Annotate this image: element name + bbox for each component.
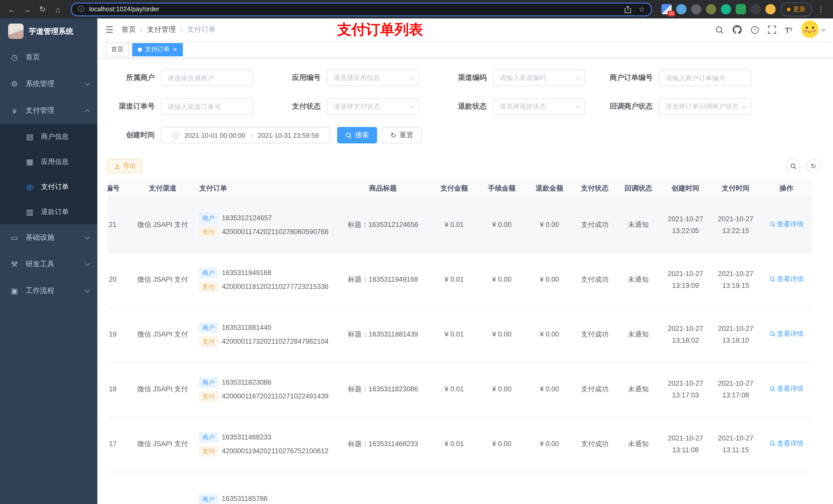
browser-forward-icon[interactable]: → (21, 5, 34, 14)
tab-close-icon[interactable]: × (173, 46, 177, 53)
cell-title: 标题：1635311881439 (336, 307, 430, 362)
cell-create-time: 2021-10-27 13:17:03 (660, 362, 711, 417)
cell-pay-time: 2021-10-27 13:22:15 (711, 198, 761, 253)
fullscreen-icon[interactable] (768, 26, 777, 34)
extension-chat-icon[interactable] (736, 4, 746, 14)
merchant-order-no: 1635312124657 (222, 212, 272, 224)
font-size-icon[interactable]: TT (785, 25, 792, 34)
extension-drop-icon[interactable] (676, 4, 687, 14)
merchant-tag: 商户 (199, 323, 218, 333)
filter-label-channel-code: 渠道编码 (439, 73, 493, 82)
callback-status-select[interactable]: 请选择订单回调商户状态 (659, 98, 751, 115)
merchant-order-no: 163531185786 (222, 493, 267, 504)
sidebar-item-label: 基础设施 (26, 233, 54, 242)
cell-title: 标题：1635312124656 (336, 198, 430, 253)
help-icon[interactable]: ? (751, 25, 760, 34)
reset-button[interactable]: ↻ 重置 (382, 127, 421, 143)
sidebar-item-app-info[interactable]: ▦ 应用信息 (0, 149, 97, 174)
merchant-order-no: 1635311949168 (222, 267, 271, 279)
hamburger-icon[interactable]: ☰ (105, 24, 114, 35)
chevron-down-icon (85, 288, 90, 293)
browser-menu-icon[interactable]: ⋮ (814, 5, 828, 14)
browser-home-icon[interactable]: ⌂ (51, 5, 65, 14)
sidebar-item-pay-order[interactable]: ◎ 支付订单 (0, 174, 97, 199)
extension-olive-icon[interactable] (706, 4, 716, 14)
extension-puzzle-icon[interactable]: 10 (661, 4, 672, 14)
app-no-select[interactable]: 请选择应用信息 (327, 70, 419, 86)
extension-face-icon[interactable] (765, 4, 776, 14)
browser-back-icon[interactable]: ← (5, 5, 19, 14)
cell-create-time: 2021-10-27 13:22:05 (660, 198, 711, 253)
browser-chrome: ← → ↻ ⌂ ⓘ localhost:1024/pay/order ☆ 10 … (0, 0, 833, 19)
pay-tag: 支付 (199, 446, 218, 456)
view-detail-link[interactable]: 查看详情 (769, 219, 804, 230)
breadcrumb-home[interactable]: 首页 (122, 25, 136, 34)
cell-title: 标题：1635311468233 (336, 417, 430, 472)
search-button[interactable]: 搜索 (337, 127, 377, 143)
merchant-order-no: 1635311823086 (222, 377, 271, 388)
sidebar-item-devtools[interactable]: ⚒ 研发工具 (0, 251, 97, 278)
clock-icon (172, 131, 179, 139)
cell-id: 21 (108, 198, 133, 253)
table-row: 20 微信 JSAPI 支付 商户 1635311949168 支付 (108, 253, 812, 307)
sidebar-item-system[interactable]: ⚙ 系统管理 (0, 71, 97, 97)
chevron-down-icon (85, 261, 90, 266)
sidebar-item-refund-order[interactable]: ▥ 退款订单 (0, 199, 97, 224)
gear-icon: ⚙ (10, 79, 19, 89)
cell-fee: ¥ 0.00 (478, 307, 526, 362)
url-bar[interactable]: ⓘ localhost:1024/pay/order ☆ (71, 2, 652, 16)
merchant-input[interactable] (161, 70, 253, 86)
table-header: 编号 支付渠道 支付订单 商品标题 支付金额 手续金额 退款金额 支付状态 回调… (108, 179, 812, 198)
user-menu[interactable] (801, 20, 825, 39)
tab-home[interactable]: 首页 (105, 43, 129, 56)
extension-pin-icon[interactable] (751, 4, 761, 14)
cell-order: 商户 1635311823086 支付 42000011672021102710… (192, 362, 336, 417)
merchant-order-no-input[interactable] (659, 70, 751, 86)
cell-fee: ¥ 0.00 (478, 362, 526, 417)
table-body: 21 微信 JSAPI 支付 商户 1635312124657 支付 (108, 198, 812, 472)
bookmark-star-icon[interactable]: ☆ (639, 5, 645, 13)
site-info-icon[interactable]: ⓘ (78, 5, 85, 14)
sidebar-item-home[interactable]: ◷ 首页 (0, 44, 97, 71)
browser-extensions: 10 (658, 4, 779, 14)
search-icon[interactable] (715, 25, 724, 34)
breadcrumb-section[interactable]: 支付管理 (147, 25, 176, 34)
extension-dark-icon[interactable] (691, 4, 701, 14)
payment-submenu: ▤ 商户信息 ▦ 应用信息 ◎ 支付订单 ▥ 退款订单 (0, 124, 97, 224)
top-navbar: ☰ 首页 / 支付管理 / 支付订单 支付订单列表 (97, 19, 833, 41)
cell-notify: 未通知 (616, 362, 660, 417)
filter-label-pay-status: 支付状态 (273, 102, 327, 111)
view-detail-link[interactable]: 查看详情 (769, 328, 804, 340)
date-range-start: 2021-10-01 00:00:00 (185, 131, 245, 139)
view-detail-link[interactable]: 查看详情 (769, 383, 804, 394)
refresh-table-icon[interactable]: ↻ (806, 159, 821, 173)
tags-view-bar: 首页 支付订单 × (97, 41, 833, 58)
create-time-range-input[interactable]: 2021-10-01 00:00:00 - 2021-10-31 23:59:5… (161, 127, 330, 143)
column-header-id: 编号 (108, 179, 133, 198)
sidebar-item-workflow[interactable]: ▣ 工作流程 (0, 278, 97, 304)
view-detail-link[interactable]: 查看详情 (769, 438, 804, 449)
browser-refresh-icon[interactable]: ↻ (36, 5, 49, 14)
sidebar-item-payment[interactable]: ¥ 支付管理 (0, 97, 97, 124)
cell-order: 商户 163531185786 (192, 472, 336, 504)
pay-status-select[interactable]: 请选择支付状态 (327, 98, 419, 115)
date-range-separator: - (251, 131, 253, 139)
cell-pay-time: 2021-10-27 13:11:15 (711, 417, 761, 472)
column-header-notify: 回调状态 (616, 179, 660, 198)
view-detail-link[interactable]: 查看详情 (769, 273, 804, 285)
cell-action: 查看详情 (761, 362, 812, 417)
sidebar-item-label: 首页 (26, 53, 40, 62)
share-icon[interactable] (625, 5, 632, 13)
tab-pay-order[interactable]: 支付订单 × (132, 43, 183, 56)
channel-code-select[interactable]: 请输入渠道编码 (493, 70, 585, 86)
refund-status-select[interactable]: 请选择退款状态 (493, 98, 585, 115)
toggle-search-icon[interactable] (786, 159, 800, 173)
sidebar-item-label: 研发工具 (26, 260, 54, 269)
extension-green-check-icon[interactable] (721, 4, 731, 14)
browser-update-button[interactable]: 更新 (781, 2, 812, 16)
sidebar-item-merchant-info[interactable]: ▤ 商户信息 (0, 124, 97, 149)
channel-order-no-input[interactable] (161, 98, 253, 115)
export-button[interactable]: 导出 (108, 159, 142, 173)
sidebar-item-infrastructure[interactable]: ▭ 基础设施 (0, 224, 97, 251)
github-icon[interactable] (733, 25, 742, 34)
